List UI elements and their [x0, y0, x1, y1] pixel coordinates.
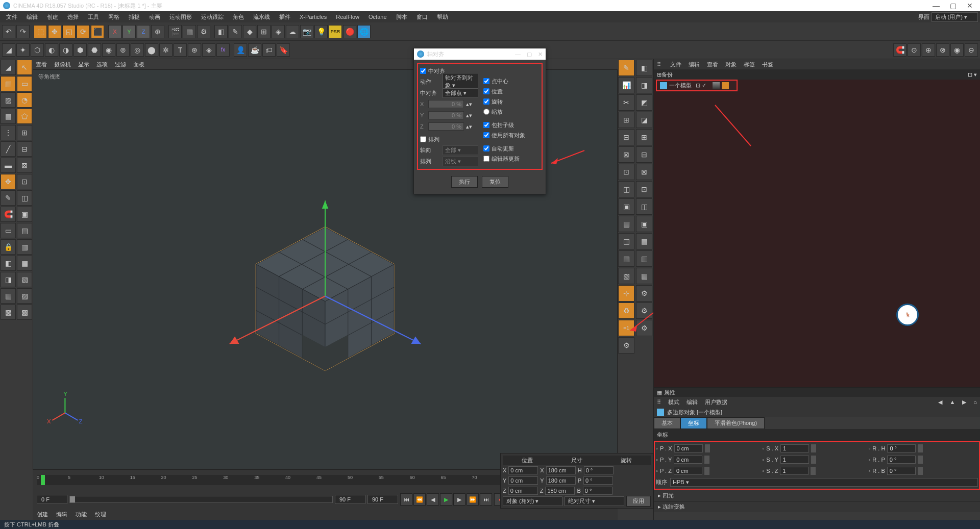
- tool2-tag[interactable]: 🏷: [262, 43, 276, 57]
- spinner[interactable]: [705, 444, 710, 452]
- tool2-8[interactable]: ◉: [102, 43, 115, 57]
- om-menu-bookmarks[interactable]: 书签: [762, 61, 773, 68]
- edge-mode[interactable]: ╱: [1, 141, 16, 157]
- attr-expand-freeze[interactable]: 冻结变换: [654, 501, 980, 512]
- arrange-axis-dropdown[interactable]: 全部 ▾: [443, 145, 478, 155]
- coord-system[interactable]: ⊕: [151, 25, 164, 38]
- axis-mode[interactable]: ✥: [1, 174, 16, 189]
- deformer[interactable]: ◈: [272, 25, 285, 38]
- chk-rotation[interactable]: [483, 98, 489, 105]
- chk-include-children[interactable]: [483, 122, 489, 128]
- menu-edit[interactable]: 编辑: [22, 12, 42, 22]
- attr-pz[interactable]: [674, 467, 702, 475]
- layout-dropdown[interactable]: 启动 (用户) ▾: [932, 12, 978, 22]
- coord-rh[interactable]: [584, 466, 614, 474]
- tag-2-icon[interactable]: [722, 82, 729, 89]
- rtool-recycle[interactable]: ♻: [618, 303, 634, 319]
- align-dropdown[interactable]: 全部点 ▾: [443, 88, 478, 98]
- axis-x-toggle[interactable]: X: [108, 25, 121, 38]
- attr-sx[interactable]: [780, 444, 809, 452]
- next-key[interactable]: ⏩: [467, 493, 479, 506]
- coord-apply-button[interactable]: 应用: [626, 496, 651, 507]
- extra-b3[interactable]: ⊠: [17, 158, 32, 173]
- coord-sz[interactable]: [545, 487, 575, 495]
- rtool-equals[interactable]: =1: [618, 320, 634, 336]
- coord-rp[interactable]: [583, 476, 613, 485]
- chk-auto-update[interactable]: [483, 145, 489, 152]
- tool2-2[interactable]: ✦: [16, 43, 30, 57]
- rtool2-5[interactable]: ⊞: [636, 129, 652, 145]
- om-menu-file[interactable]: 文件: [670, 61, 681, 68]
- rtool2-10[interactable]: ▣: [636, 216, 652, 232]
- tool2-bookmark[interactable]: 🔖: [277, 43, 290, 57]
- spinner[interactable]: [918, 467, 923, 475]
- camera[interactable]: 📷: [300, 25, 313, 38]
- model-mode[interactable]: ▦: [1, 76, 16, 91]
- om-menu-tags[interactable]: 标签: [744, 61, 755, 68]
- tool2-1[interactable]: ◢: [2, 43, 15, 57]
- extra-b2[interactable]: ⊟: [17, 141, 32, 157]
- tool2-cloner[interactable]: ⊛: [188, 43, 201, 57]
- attr-rb[interactable]: [887, 467, 916, 475]
- snap-6[interactable]: ⊖: [965, 43, 978, 57]
- rtool-b[interactable]: ⊟: [618, 129, 634, 145]
- extra-b6[interactable]: ▣: [17, 207, 32, 222]
- attr-menu-mode[interactable]: 模式: [668, 398, 679, 406]
- om-menu-view[interactable]: 查看: [707, 61, 718, 68]
- menu-create[interactable]: 创建: [43, 12, 62, 22]
- coord-size-dropdown[interactable]: 绝对尺寸 ▾: [565, 496, 624, 506]
- menu-octane[interactable]: Octane: [364, 13, 390, 21]
- render-settings[interactable]: ⚙: [197, 25, 210, 38]
- menu-anim[interactable]: 动画: [145, 12, 164, 22]
- om-menu-edit[interactable]: 编辑: [689, 61, 700, 68]
- mattab-func[interactable]: 功能: [76, 511, 87, 518]
- spinner[interactable]: [704, 467, 709, 475]
- spinner[interactable]: [918, 456, 923, 464]
- workplane[interactable]: ▭: [1, 223, 16, 238]
- tweak-mode[interactable]: ✎: [1, 190, 16, 206]
- vp-menu-panel[interactable]: 面板: [133, 61, 144, 68]
- chk-center-align[interactable]: [420, 68, 426, 74]
- generator-array[interactable]: ⊞: [257, 25, 271, 38]
- om-object-row[interactable]: 一个模型 ⊡ ✓: [656, 80, 738, 91]
- attr-py[interactable]: [674, 456, 702, 464]
- tool2-char1[interactable]: 👤: [234, 43, 247, 57]
- extra-b4[interactable]: ⊡: [17, 174, 32, 189]
- axis-y-field[interactable]: [428, 111, 464, 119]
- attr-nav-fwd[interactable]: ▶: [962, 399, 966, 406]
- texture-mode[interactable]: ▨: [1, 92, 16, 108]
- chk-scale[interactable]: [483, 109, 489, 115]
- coord-px[interactable]: [508, 466, 538, 474]
- undo-button[interactable]: ↶: [2, 25, 15, 38]
- lock-toggle[interactable]: 🔒: [1, 239, 16, 255]
- rtool2-11[interactable]: ▤: [636, 233, 652, 249]
- attr-nav-back[interactable]: ◀: [938, 399, 942, 406]
- tool2-coffee[interactable]: ☕: [248, 43, 261, 57]
- rtool-h[interactable]: ▥: [618, 233, 634, 249]
- chk-point-center[interactable]: [483, 78, 489, 84]
- coord-pz[interactable]: [508, 487, 538, 495]
- menu-file[interactable]: 文件: [2, 12, 21, 22]
- attr-menu-edit[interactable]: 编辑: [687, 398, 698, 406]
- rtool-d[interactable]: ⊡: [618, 164, 634, 180]
- tool2-effector[interactable]: ◈: [202, 43, 215, 57]
- last-tool[interactable]: ⬛: [91, 25, 104, 38]
- rect-select[interactable]: ▭: [17, 76, 32, 91]
- goto-end[interactable]: ⏭: [480, 493, 492, 506]
- rtool-j[interactable]: ▧: [618, 268, 634, 284]
- render-view[interactable]: 🎬: [168, 25, 182, 38]
- rtool-i[interactable]: ▦: [618, 250, 634, 267]
- close-button[interactable]: ✕: [967, 2, 973, 10]
- attr-sy[interactable]: [780, 456, 809, 464]
- coord-mode-dropdown[interactable]: 对象 (相对) ▾: [503, 496, 562, 506]
- rtool-chart[interactable]: 📊: [618, 77, 634, 93]
- chk-position[interactable]: [483, 88, 489, 94]
- vp-menu-view[interactable]: 查看: [36, 61, 47, 68]
- menu-mesh[interactable]: 网格: [104, 12, 124, 22]
- extra-b8[interactable]: ▥: [17, 239, 32, 255]
- spinner[interactable]: [811, 456, 816, 464]
- spinner[interactable]: [918, 444, 923, 452]
- rtool-e[interactable]: ◫: [618, 181, 634, 197]
- psr-reset[interactable]: PSR: [329, 25, 342, 38]
- object-manager[interactable]: 一个模型 ⊡ ✓: [654, 80, 980, 387]
